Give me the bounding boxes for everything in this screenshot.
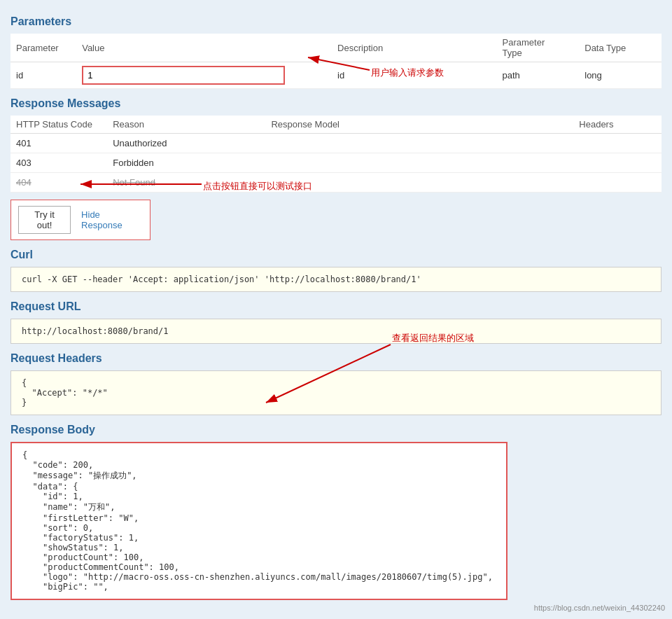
response-messages-title: Response Messages (10, 97, 662, 110)
headers-col-header: Headers (573, 116, 662, 134)
response-body-content: { "code": 200, "message": "操作成功", "data"… (10, 442, 507, 600)
model-cell (265, 153, 573, 173)
status-code-cell: 401 (10, 134, 107, 153)
datatype-col-header: Data Type (579, 34, 662, 62)
table-row: 403 Forbidden (10, 153, 662, 173)
status-code-cell: 404 (10, 173, 107, 193)
value-col-header: Value (76, 34, 332, 62)
param-description-cell: id (332, 62, 496, 89)
watermark: https://blog.csdn.net/weixin_44302240 (534, 604, 665, 612)
curl-title: Curl (10, 249, 662, 261)
headers-cell (573, 173, 662, 193)
request-url-content: http://localhost:8080/brand/1 (10, 319, 662, 344)
request-headers-title: Request Headers (10, 352, 662, 365)
reason-cell: Unauthorized (107, 134, 265, 153)
model-cell (265, 134, 573, 153)
response-messages-table: HTTP Status Code Reason Response Model H… (10, 116, 662, 193)
param-value-input[interactable] (82, 66, 285, 85)
request-headers-content: { "Accept": "*/*" } (10, 370, 662, 415)
model-cell (265, 173, 573, 193)
status-code-cell: 403 (10, 153, 107, 173)
headers-cell (573, 153, 662, 173)
parameters-title: Parameters (10, 15, 662, 28)
reason-cell: Not Found (107, 173, 265, 193)
hide-response-link[interactable]: Hide Response (81, 209, 143, 230)
table-row: id id path long (10, 62, 662, 89)
response-body-title: Response Body (10, 424, 662, 436)
model-col-header: Response Model (265, 116, 573, 134)
reason-cell: Forbidden (107, 153, 265, 173)
param-datatype-cell: long (579, 62, 662, 89)
try-it-out-button[interactable]: Try it out! (18, 206, 71, 234)
parameters-table: Parameter Value Description ParameterTyp… (10, 34, 662, 89)
param-value-cell (76, 62, 332, 89)
headers-cell (573, 134, 662, 153)
param-id-label: id (10, 62, 76, 89)
desc-col-header: Description (332, 34, 496, 62)
curl-content: curl -X GET --header 'Accept: applicatio… (10, 267, 662, 292)
table-row: 404 Not Found (10, 173, 662, 193)
buttons-area: Try it out! Hide Response (10, 200, 150, 240)
reason-col-header: Reason (107, 116, 265, 134)
paramtype-col-header: ParameterType (497, 34, 580, 62)
param-type-cell: path (497, 62, 580, 89)
param-col-header: Parameter (10, 34, 76, 62)
table-row: 401 Unauthorized (10, 134, 662, 153)
request-url-title: Request URL (10, 300, 662, 313)
status-col-header: HTTP Status Code (10, 116, 107, 134)
